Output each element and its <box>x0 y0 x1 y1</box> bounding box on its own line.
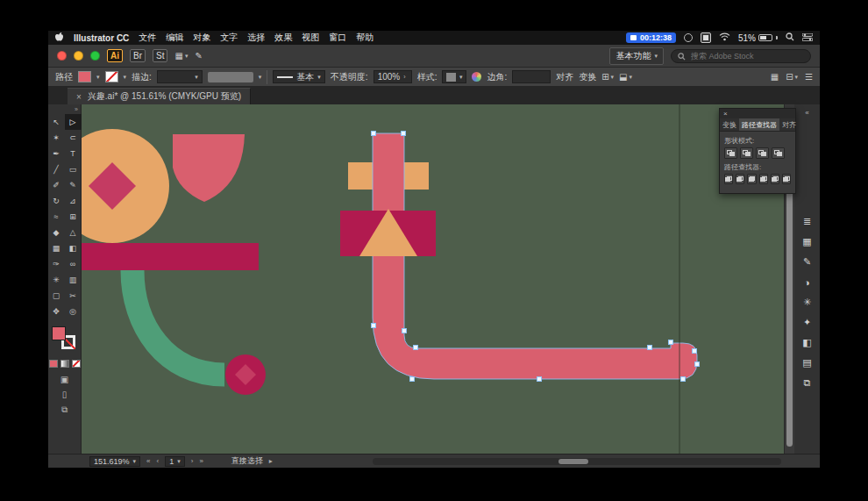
arrange-documents-button[interactable]: ▦▾ <box>174 51 188 61</box>
dock-artboards-icon[interactable]: ⧉ <box>798 374 817 392</box>
bridge-button[interactable]: Br <box>130 49 146 62</box>
tool-shape-builder[interactable]: ◆ <box>48 225 65 240</box>
tool-hand[interactable]: ✥ <box>48 304 65 319</box>
tab-transform[interactable]: 变换 <box>720 118 739 131</box>
dock-color-icon[interactable]: ◑ <box>798 273 817 291</box>
none-button[interactable] <box>72 360 81 368</box>
apple-logo-icon[interactable] <box>55 32 64 44</box>
horizontal-scrollbar[interactable] <box>373 458 781 465</box>
tool-rectangle[interactable]: ▭ <box>65 161 82 177</box>
exclude-button[interactable] <box>772 147 785 159</box>
tool-pen[interactable]: ✒ <box>48 146 65 161</box>
expand-panels-icon[interactable]: « <box>805 109 808 117</box>
gradient-button[interactable] <box>60 360 69 368</box>
artboard-number-dropdown[interactable]: 1▾ <box>165 456 185 467</box>
menu-item-view[interactable]: 视图 <box>302 32 319 44</box>
tool-width[interactable]: ≈ <box>48 209 65 225</box>
color-button[interactable] <box>49 360 58 368</box>
anchor-point[interactable] <box>402 329 407 333</box>
stroke-color-swatch[interactable] <box>105 71 118 82</box>
anchor-point[interactable] <box>537 377 542 382</box>
wifi-icon[interactable] <box>719 32 730 43</box>
anchor-point[interactable] <box>681 377 686 382</box>
panel-close-icon[interactable]: × <box>723 111 728 118</box>
tool-scale[interactable]: ⊿ <box>65 193 82 209</box>
merge-button[interactable] <box>747 174 756 184</box>
stroke-weight-dropdown[interactable]: ▾ <box>157 70 203 83</box>
align-options-dropdown[interactable]: ⊞▾ <box>601 72 614 82</box>
spotlight-search-icon[interactable] <box>786 32 794 43</box>
trim-button[interactable] <box>736 174 744 184</box>
anchor-point[interactable] <box>693 349 697 354</box>
fill-chevron-icon[interactable]: ▾ <box>96 74 100 81</box>
draw-mode-button[interactable]: ▣ <box>60 376 68 384</box>
tool-selection[interactable]: ↖ <box>48 114 65 130</box>
previous-artboard-button[interactable]: ‹ <box>157 457 160 465</box>
artboard-canvas[interactable] <box>82 104 784 454</box>
tool-gradient[interactable]: ◧ <box>65 240 82 256</box>
anchor-point[interactable] <box>695 362 700 367</box>
adobe-stock-searchbox[interactable] <box>671 49 811 63</box>
window-minimize-button[interactable] <box>74 51 83 61</box>
tool-zoom[interactable]: ◎ <box>65 304 82 319</box>
menu-item-file[interactable]: 文件 <box>139 32 156 44</box>
outline-button[interactable] <box>771 174 779 184</box>
dock-layers-icon[interactable]: ▤ <box>798 354 817 372</box>
tool-rotate[interactable]: ↻ <box>48 193 65 209</box>
battery-indicator[interactable]: 51% <box>738 33 778 43</box>
tool-free-transform[interactable]: ⊞ <box>65 209 82 225</box>
anchor-point[interactable] <box>648 346 652 350</box>
dock-libraries-icon[interactable]: ≣ <box>798 212 817 231</box>
artwork-crimson-bar[interactable] <box>82 243 259 270</box>
transform-panel-button[interactable]: 变换 <box>579 71 596 83</box>
edit-toolbar-button[interactable]: ⧉ <box>61 405 68 414</box>
tool-pencil[interactable]: ✎ <box>65 177 82 193</box>
tool-symbol-sprayer[interactable]: ✳ <box>48 272 65 288</box>
zoom-level-dropdown[interactable]: 151.619%▾ <box>89 456 140 467</box>
dock-symbols-icon[interactable]: ✦ <box>798 313 817 332</box>
touch-workspace-icon[interactable]: ✎ <box>195 51 202 61</box>
anchor-point[interactable] <box>414 346 418 350</box>
tool-lasso[interactable]: ⊂ <box>65 130 82 146</box>
menu-item-edit[interactable]: 编辑 <box>166 32 183 44</box>
variable-width-profile-dropdown[interactable] <box>208 72 253 82</box>
menu-item-help[interactable]: 帮助 <box>356 32 374 44</box>
tool-eyedropper[interactable]: ✑ <box>48 256 65 272</box>
menu-item-object[interactable]: 对象 <box>193 32 210 44</box>
stroke-chevron-icon[interactable]: ▾ <box>124 74 127 81</box>
tab-align[interactable]: 对齐 <box>779 118 799 131</box>
menu-item-type[interactable]: 文字 <box>220 32 238 44</box>
intersect-button[interactable] <box>756 147 769 159</box>
anchor-point[interactable] <box>402 132 406 136</box>
unite-button[interactable] <box>724 147 737 159</box>
align-panel-button[interactable]: 对齐 <box>556 71 573 83</box>
dock-arrangement-dropdown[interactable]: ⊟▾ <box>786 72 798 82</box>
search-input[interactable] <box>689 51 794 61</box>
tool-slice[interactable]: ✂ <box>65 288 82 304</box>
dock-swatches-icon[interactable]: ▦ <box>798 233 817 251</box>
document-tab[interactable]: × 兴趣.ai* @ 151.61% (CMYK/GPU 预览) <box>68 88 251 104</box>
tool-column-graph[interactable]: ▥ <box>65 272 82 288</box>
brush-definition-dropdown[interactable]: 基本▾ <box>273 70 325 83</box>
tool-perspective-grid[interactable]: △ <box>65 225 82 240</box>
tool-paintbrush[interactable]: ✐ <box>48 177 65 193</box>
screen-recording-timer[interactable]: 00:12:38 <box>626 32 676 43</box>
divide-button[interactable] <box>724 174 733 184</box>
next-artboard-button[interactable]: › <box>191 457 194 465</box>
input-method-icon[interactable] <box>701 32 711 43</box>
artwork-rose-wing[interactable] <box>173 134 245 202</box>
minus-back-button[interactable] <box>782 174 791 184</box>
crop-button[interactable] <box>759 174 768 184</box>
anchor-point[interactable] <box>669 340 673 345</box>
tool-mesh[interactable]: ▦ <box>48 240 65 256</box>
status-circle-icon[interactable] <box>684 33 693 42</box>
dock-color-guide-icon[interactable]: ✳ <box>798 293 817 311</box>
workspace-switcher-button[interactable]: 基本功能▾ <box>609 47 664 65</box>
fill-color-swatch[interactable] <box>78 71 91 82</box>
recolor-artwork-button[interactable] <box>472 72 481 82</box>
width-profile-chevron-icon[interactable]: ▾ <box>259 74 262 81</box>
window-zoom-button[interactable] <box>90 51 100 61</box>
menubar-app-name[interactable]: Illustrator CC <box>74 33 129 43</box>
menu-item-effect[interactable]: 效果 <box>274 32 292 44</box>
anchor-point[interactable] <box>372 324 376 328</box>
